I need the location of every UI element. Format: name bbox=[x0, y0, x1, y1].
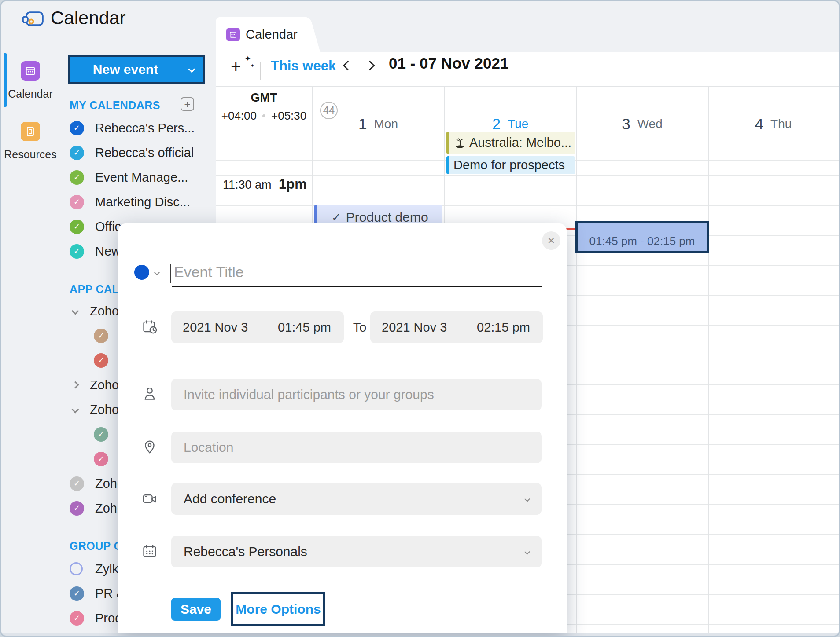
calendar-check-icon[interactable]: ✓ bbox=[70, 586, 84, 601]
field-divider bbox=[265, 319, 265, 336]
event-title: Australia: Melbo... bbox=[469, 135, 571, 150]
event-demo-for-prospects[interactable]: Demo for prospects bbox=[446, 156, 575, 174]
location-field-box bbox=[171, 432, 542, 463]
calendar-check-icon[interactable]: ✓ bbox=[70, 611, 84, 626]
new-event-modal: × 2021 Nov 3 01:45 pm To 2021 Nov 3 02:1… bbox=[118, 223, 567, 633]
dot-icon bbox=[262, 114, 265, 117]
grid-line bbox=[708, 86, 709, 633]
calendar-check-icon[interactable]: ✓ bbox=[70, 121, 84, 135]
chevron-down-icon bbox=[154, 270, 160, 275]
event-color-picker[interactable] bbox=[134, 265, 159, 280]
page-title: Calendar bbox=[51, 7, 125, 29]
more-options-button[interactable]: More Options bbox=[231, 592, 325, 626]
participants-input[interactable] bbox=[171, 379, 542, 410]
datetime-icon bbox=[141, 318, 158, 335]
my-calendars-header: MY CALENDARS bbox=[70, 99, 160, 112]
grid-line bbox=[216, 86, 839, 87]
add-conference-select[interactable]: Add conference bbox=[171, 483, 542, 515]
next-week-button[interactable] bbox=[363, 59, 376, 72]
event-color-dot[interactable] bbox=[134, 265, 149, 280]
calendar-check-icon[interactable]: ✓ bbox=[94, 427, 108, 442]
participants-field-box bbox=[171, 379, 542, 410]
date-range-title: 01 - 07 Nov 2021 bbox=[389, 55, 508, 72]
end-date[interactable]: 2021 Nov 3 bbox=[382, 320, 464, 335]
chevron-right-icon[interactable] bbox=[72, 381, 79, 389]
timezone-offset-1: +04:00 bbox=[221, 109, 257, 123]
day-header-thu[interactable]: 4 Thu bbox=[708, 114, 839, 134]
smart-add-icon[interactable]: + ✦ ✦ bbox=[231, 55, 252, 78]
chevron-down-icon[interactable] bbox=[72, 308, 79, 315]
start-datetime-field[interactable]: 2021 Nov 3 01:45 pm bbox=[171, 311, 344, 343]
rail-calendar-label[interactable]: Calendar bbox=[1, 88, 59, 100]
prev-week-button[interactable] bbox=[341, 59, 354, 72]
save-button[interactable]: Save bbox=[171, 598, 221, 621]
toolbar-divider bbox=[260, 62, 261, 80]
chevron-left-icon bbox=[343, 61, 353, 71]
selected-slot-time-label: 01:45 pm - 02:15 pm bbox=[589, 234, 695, 248]
video-conference-icon bbox=[141, 490, 158, 507]
tab-calendar[interactable]: Calendar bbox=[216, 17, 300, 52]
location-icon bbox=[141, 438, 158, 455]
add-conference-label: Add conference bbox=[184, 491, 276, 506]
calendar-icon bbox=[141, 543, 158, 560]
chevron-down-icon bbox=[524, 496, 530, 502]
more-options-label: More Options bbox=[236, 602, 321, 617]
calendar-check-icon[interactable]: ✓ bbox=[70, 501, 84, 516]
event-color-bar bbox=[446, 132, 449, 154]
add-calendar-button[interactable]: + bbox=[181, 97, 194, 111]
calendar-select-value: Rebecca's Personals bbox=[184, 544, 307, 559]
new-event-dropdown[interactable] bbox=[181, 67, 203, 72]
field-divider bbox=[464, 319, 464, 336]
calendar-check-icon[interactable]: ✓ bbox=[94, 353, 108, 368]
calendar-list-item[interactable]: ✓ Rebecca's official bbox=[70, 140, 219, 165]
close-icon[interactable]: × bbox=[542, 231, 560, 250]
this-week-button[interactable]: This week bbox=[271, 58, 336, 74]
event-australia-holiday[interactable]: Australia: Melbo... bbox=[446, 132, 575, 154]
calendar-unchecked-icon[interactable] bbox=[70, 562, 83, 575]
event-title-input[interactable] bbox=[172, 262, 542, 287]
time-label-alt: 11:30 am bbox=[223, 178, 272, 192]
app-window: Calendar Calendar Resources New event MY… bbox=[0, 0, 840, 637]
calendar-select[interactable]: Rebecca's Personals bbox=[171, 536, 542, 567]
day-header-wed[interactable]: 3 Wed bbox=[576, 114, 708, 134]
calendar-list-item[interactable]: ✓ Marketing Disc... bbox=[70, 190, 219, 214]
calendar-check-icon[interactable]: ✓ bbox=[94, 452, 108, 466]
new-event-button[interactable]: New event bbox=[68, 55, 205, 84]
chevron-down-icon bbox=[524, 549, 530, 555]
event-title: Demo for prospects bbox=[453, 158, 565, 172]
chevron-down-icon bbox=[188, 66, 195, 73]
rail-calendar-icon[interactable] bbox=[21, 61, 40, 81]
calendar-check-icon[interactable]: ✓ bbox=[70, 146, 84, 160]
calendar-check-icon[interactable]: ✓ bbox=[70, 195, 84, 209]
event-title: Product demo bbox=[346, 210, 428, 225]
start-date[interactable]: 2021 Nov 3 bbox=[183, 320, 265, 335]
rail-resources-icon[interactable] bbox=[21, 122, 40, 141]
end-datetime-field[interactable]: 2021 Nov 3 02:15 pm bbox=[370, 311, 543, 343]
tab-calendar-icon bbox=[226, 28, 240, 41]
rail-resources-label[interactable]: Resources bbox=[1, 148, 59, 161]
event-color-bar bbox=[446, 156, 449, 174]
chevron-down-icon[interactable] bbox=[72, 406, 79, 414]
start-time[interactable]: 01:45 pm bbox=[278, 320, 331, 335]
tab-calendar-label: Calendar bbox=[246, 17, 298, 52]
location-input[interactable] bbox=[171, 432, 542, 463]
grid-line bbox=[576, 86, 577, 633]
calendar-check-icon[interactable]: ✓ bbox=[94, 329, 108, 343]
calendar-check-icon[interactable]: ✓ bbox=[70, 476, 84, 491]
new-event-label: New event bbox=[70, 62, 181, 77]
zoho-calendar-logo-icon bbox=[22, 9, 45, 30]
participants-icon bbox=[141, 385, 158, 402]
palm-tree-icon bbox=[454, 137, 465, 148]
calendar-list-item[interactable]: ✓ Event Manage... bbox=[70, 165, 219, 190]
day-header-mon[interactable]: 1 Mon bbox=[312, 114, 444, 134]
text-cursor bbox=[170, 264, 171, 283]
chevron-right-icon bbox=[365, 61, 375, 71]
end-time[interactable]: 02:15 pm bbox=[477, 320, 530, 335]
calendar-list-item[interactable]: ✓ Rebecca's Pers... bbox=[70, 116, 219, 140]
calendar-check-icon[interactable]: ✓ bbox=[70, 220, 84, 234]
selected-time-slot[interactable]: 01:45 pm - 02:15 pm bbox=[575, 221, 709, 253]
calendar-check-icon[interactable]: ✓ bbox=[70, 244, 84, 259]
timezone-offset-2: +05:30 bbox=[271, 109, 306, 123]
to-label: To bbox=[349, 320, 370, 335]
calendar-check-icon[interactable]: ✓ bbox=[70, 170, 84, 185]
